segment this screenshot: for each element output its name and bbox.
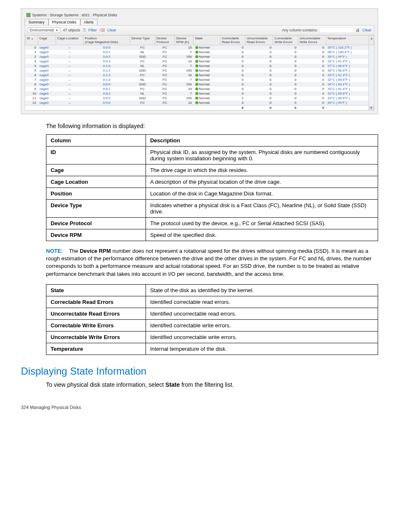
- clear-icon: ⌫: [100, 28, 105, 32]
- table-row: PositionLocation of the disk in Cage:Mag…: [46, 188, 378, 200]
- filter-dropdown[interactable]: Environmental ▼: [28, 27, 60, 33]
- tab-physical-disks[interactable]: Physical Disks: [49, 19, 80, 25]
- printer-icon[interactable]: 🖨: [356, 28, 360, 32]
- col-corr-write[interactable]: Correctable Write Errors: [273, 36, 298, 45]
- status-dot-icon: [195, 60, 198, 63]
- page-footer: 324 Managing Physical Disks: [21, 405, 378, 410]
- table-row[interactable]: 11cage0--0:8:3SSDFC150Normal100032°C ( 8…: [26, 96, 374, 100]
- table-row: Correctable Read ErrorsIdentified correc…: [46, 296, 378, 308]
- table-row[interactable]: 8cage0--0:8:0SSDFC150Normal000034°C ( 93…: [26, 82, 374, 87]
- section-heading: Displaying State Information: [21, 365, 378, 377]
- scroll-down-icon[interactable]: ▼: [369, 106, 373, 110]
- clear-link[interactable]: Clear: [107, 28, 117, 32]
- col-device-type[interactable]: Device Type: [130, 36, 155, 45]
- section-text: To view physical disk state information,…: [46, 381, 378, 388]
- intro-text: The following information is displayed:: [46, 123, 378, 129]
- sort-asc-icon: ▲: [31, 37, 33, 40]
- table-row[interactable]: 5cage0--0:1:1SSDFC150Normal000036°C ( 96…: [26, 68, 374, 73]
- table-row: Correctable Write ErrorsIdentified corre…: [46, 319, 378, 331]
- note-label: NOTE:: [46, 248, 63, 254]
- status-dot-icon: [195, 87, 198, 90]
- table-row[interactable]: 1cage0--0:0:1NLFC7Normal000038°C ( 100.4…: [26, 50, 374, 54]
- table-row: IDPhysical disk ID, as assigned by the s…: [46, 146, 378, 164]
- table-row: Device TypeIndicates whether a physical …: [46, 200, 378, 218]
- app-screenshot: Systems : Storage Systems : s021 : Physi…: [21, 8, 378, 114]
- object-count: 47 objects: [63, 28, 80, 32]
- clear-search-link[interactable]: Clear: [362, 28, 371, 32]
- table-row[interactable]: 4cage0--0:1:0NLFC7Normal000037°C ( 98.6°…: [26, 64, 374, 68]
- chevron-down-icon: ▼: [56, 29, 59, 32]
- table-row[interactable]: 6cage0--0:1:2FCFC10Normal000033°C ( 91.4…: [26, 73, 374, 77]
- table-row[interactable]: 12cage0--0:9:0FCFC10Normal000035°C ( 95°…: [26, 100, 374, 105]
- col-position[interactable]: Position (Cage:Magazine:Disk): [84, 36, 130, 45]
- col-uncorr-read[interactable]: Uncorrectable Read Errors: [246, 36, 273, 45]
- app-icon: [26, 13, 31, 17]
- table-row: Cage LocationA description of the physic…: [46, 176, 378, 188]
- status-dot-icon: [195, 101, 198, 104]
- status-dot-icon: [195, 55, 198, 58]
- status-dot-icon: [195, 69, 198, 72]
- col-device-rpm[interactable]: Device RPM (K): [175, 36, 194, 45]
- tab-alerts[interactable]: Alerts: [80, 19, 97, 25]
- status-dot-icon: [195, 74, 198, 77]
- table-row: Device RPMSpeed of the specified disk.: [46, 229, 378, 241]
- status-dot-icon: [195, 78, 198, 81]
- col-corr-read[interactable]: Correctable Read Errors: [220, 36, 246, 45]
- filter-icon: ☰: [83, 28, 86, 32]
- table-row[interactable]: 9cage0--0:8:1FCFC10Normal000033°C ( 91.4…: [26, 87, 374, 91]
- status-dot-icon: [195, 97, 198, 100]
- table-row: Uncorrectable Read ErrorsIdentified unco…: [46, 308, 378, 319]
- search-input[interactable]: [320, 28, 353, 32]
- status-dot-icon: [195, 83, 198, 86]
- status-dot-icon: [195, 92, 198, 95]
- table-row: CageThe drive cage in which the disk res…: [46, 164, 378, 176]
- col-uncorr-write[interactable]: Uncorrectable Write Errors: [298, 36, 326, 45]
- tab-summary[interactable]: Summary: [25, 19, 49, 25]
- grid-header-row: ID▲ Cage Cage Location Position (Cage:Ma…: [26, 36, 374, 45]
- table-row: TemperatureInternal temperature of the d…: [46, 343, 378, 355]
- status-dot-icon: [195, 51, 198, 54]
- col-cage-location[interactable]: Cage Location: [56, 36, 83, 45]
- table-header-column: Column: [46, 135, 146, 146]
- col-state[interactable]: State: [194, 36, 220, 45]
- table-header-desc: Description: [146, 135, 378, 146]
- table-row[interactable]: 3cage0--0:0:3FCFC10Normal000033°C ( 91.4…: [26, 59, 374, 64]
- columns-table-2: StateState of the disk as identified by …: [46, 284, 378, 355]
- col-id[interactable]: ID▲: [26, 36, 38, 45]
- table-row[interactable]: 10cage0--0:8:2NLFC7Normal000032°C ( 89.6…: [26, 91, 374, 96]
- col-temperature[interactable]: Temperature: [326, 36, 369, 45]
- table-row: Device ProtocolThe protocol used by the …: [46, 218, 378, 229]
- col-device-protocol[interactable]: Device Protocol: [155, 36, 175, 45]
- status-dot-icon: [195, 46, 198, 49]
- search-label: Any column contains:: [282, 28, 318, 32]
- table-row: StateState of the disk as identified by …: [46, 284, 378, 296]
- tabs: Summary Physical Disks Alerts: [25, 19, 374, 25]
- col-cage[interactable]: Cage: [38, 36, 56, 45]
- table-row[interactable]: 7cage0--0:1:3NLFC7Normal000032°C ( 89.6°…: [26, 77, 374, 82]
- disk-grid: ID▲ Cage Cage Location Position (Cage:Ma…: [25, 35, 374, 110]
- table-row[interactable]: 2cage0--0:0:2SSDFC150Normal000035°C ( 95…: [26, 54, 374, 59]
- scroll-up-icon[interactable]: ▲: [370, 36, 372, 41]
- breadcrumb: Systems : Storage Systems : s021 : Physi…: [32, 13, 117, 17]
- status-dot-icon: [195, 64, 198, 67]
- toolbar: Environmental ▼ 47 objects ☰ Filter ⌫ Cl…: [25, 26, 374, 35]
- grid-footer-row: 6000: [26, 105, 374, 111]
- table-row[interactable]: 0cage0--0:0:0FCFC10Normal000039°C ( 102.…: [26, 45, 374, 50]
- filter-link[interactable]: Filter: [89, 28, 97, 32]
- columns-table-1: Column Description IDPhysical disk ID, a…: [46, 134, 378, 241]
- table-row: Uncorrectable Write ErrorsIdentified unc…: [46, 331, 378, 343]
- note-block: NOTE: The Device RPM number does not rep…: [46, 247, 378, 278]
